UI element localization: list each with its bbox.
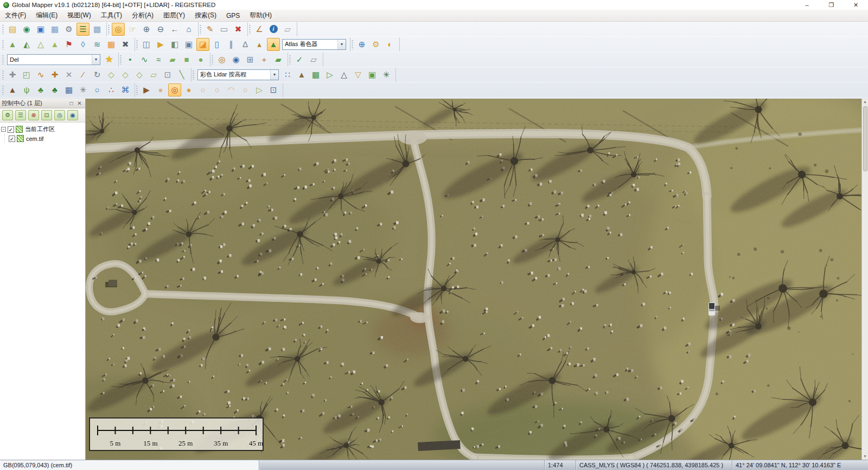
scroll-thumb[interactable] xyxy=(863,106,867,171)
menu-item[interactable]: GPS xyxy=(221,10,245,21)
disable-terrain-icon[interactable]: ✖ xyxy=(119,38,132,51)
crop-to-box-icon[interactable]: ⊡ xyxy=(161,68,174,81)
search-del-combo[interactable]: Del▾ xyxy=(7,54,100,65)
contour-lines-icon[interactable]: ▲ xyxy=(48,38,61,51)
lidar-play-point-icon[interactable]: ▶ xyxy=(140,83,153,96)
tree-item-workspace[interactable]: − ✓ 当前工作区 xyxy=(1,125,85,134)
cem-tif-checkbox[interactable]: ✓ xyxy=(9,136,15,142)
digitizer-pencil-icon[interactable]: ✎ xyxy=(203,23,216,36)
range-rings-icon[interactable]: ◎ xyxy=(215,53,228,66)
create-grid-icon[interactable]: ⊞ xyxy=(244,53,257,66)
create-point-icon[interactable]: • xyxy=(124,53,137,66)
menu-item[interactable]: 视图(W) xyxy=(62,9,95,22)
powerline-icon[interactable]: ✳ xyxy=(76,83,90,96)
building-icon[interactable]: ▦ xyxy=(62,83,75,96)
offset-right-icon[interactable]: ◇ xyxy=(133,68,146,81)
overview-map-icon[interactable]: ▩ xyxy=(91,23,104,36)
layer-options-icon[interactable]: ☰ xyxy=(15,110,26,120)
smooth-feature-icon[interactable]: ╲ xyxy=(175,68,188,81)
scale-feature-icon[interactable]: ◇ xyxy=(105,68,118,81)
move-feature-icon[interactable]: ✚ xyxy=(48,68,61,81)
terrain-peak-icon[interactable]: ▲ xyxy=(6,83,19,96)
day-night-globe-icon[interactable]: ◐ xyxy=(384,38,397,51)
shader-options-icon[interactable]: ▦ xyxy=(105,38,118,51)
paint-area-icon[interactable]: ▰ xyxy=(272,53,285,66)
scatter-points-icon[interactable]: ∴ xyxy=(105,83,118,96)
tree-icon[interactable]: ♣ xyxy=(48,83,61,96)
lidar-grid-icon[interactable]: ▦ xyxy=(309,68,322,81)
tree-item-cem-tif[interactable]: ✓ cem.tif xyxy=(1,134,85,143)
view-shed-icon[interactable]: △ xyxy=(34,38,47,51)
minimize-button[interactable]: – xyxy=(795,0,819,10)
select-rect-icon[interactable]: ▭ xyxy=(218,23,231,36)
open-workspace-icon[interactable]: ▤ xyxy=(6,23,19,36)
online-layers-globe-icon[interactable]: ⊕ xyxy=(355,38,368,51)
grass-icon[interactable]: ψ xyxy=(20,83,33,96)
chevron-down-icon[interactable]: ▾ xyxy=(270,70,278,80)
lidar-filter-icon[interactable]: ▽ xyxy=(352,68,365,81)
insert-vertex-icon[interactable]: + xyxy=(258,53,271,66)
snap-node-icon[interactable]: ∕ xyxy=(76,68,90,81)
edit-attributes-icon[interactable]: ▱ xyxy=(307,53,320,66)
lidar-points-icon[interactable]: ∷ xyxy=(281,68,294,81)
lidar-extract-icon[interactable]: ▴ xyxy=(253,38,266,51)
lidar-spread-icon[interactable]: ✳ xyxy=(380,68,393,81)
zoom-out-icon[interactable]: ⊖ xyxy=(154,23,167,36)
shrub-icon[interactable]: ♣ xyxy=(34,83,47,96)
menu-item[interactable]: 图层(Y) xyxy=(158,9,190,22)
menu-item[interactable]: 文件(F) xyxy=(0,9,31,22)
pixel-lattice-icon[interactable]: ◪ xyxy=(196,38,209,51)
search-features-icon[interactable]: ⌘ xyxy=(119,83,132,96)
vertical-scrollbar[interactable]: ▲ ▼ xyxy=(861,99,868,460)
map-view[interactable]: 5 m15 m25 m35 m45 m xyxy=(86,99,861,460)
chevron-down-icon[interactable]: ▾ xyxy=(92,55,100,65)
confirm-digitize-icon[interactable]: ✓ xyxy=(293,53,306,66)
close-button[interactable]: ✕ xyxy=(844,0,868,10)
lidar-draw-mode-combo[interactable]: 彩色 Lidar 按高程▾ xyxy=(197,69,279,80)
create-ellipse-icon[interactable]: ● xyxy=(194,53,207,66)
menu-item[interactable]: 工具(T) xyxy=(96,9,127,22)
menu-item[interactable]: 帮助(H) xyxy=(245,9,277,22)
move-map-icon[interactable]: ✚ xyxy=(6,68,19,81)
panel-restore-button[interactable]: □ xyxy=(67,100,75,106)
thermo-drop-icon[interactable]: ▯ xyxy=(210,38,224,51)
lidar-poly-node-icon[interactable]: ▷ xyxy=(253,83,266,96)
save-workspace-icon[interactable]: ▣ xyxy=(34,23,47,36)
rotate-feature-icon[interactable]: ↻ xyxy=(91,68,104,81)
power-tower-icon[interactable]: ∆ xyxy=(239,38,252,51)
lidar-node-2-icon[interactable]: ○ xyxy=(210,83,224,96)
lidar-boxed-point-icon[interactable]: ⊡ xyxy=(267,83,280,96)
menu-item[interactable]: 分析(A) xyxy=(127,9,158,22)
clear-selection-icon[interactable]: ✖ xyxy=(232,23,245,36)
lidar-edit-icon[interactable]: ▣ xyxy=(366,68,379,81)
lidar-tin-icon[interactable]: △ xyxy=(337,68,350,81)
delete-node-icon[interactable]: ✕ xyxy=(62,68,75,81)
create-area-icon[interactable]: ▰ xyxy=(166,53,179,66)
layer-visibility-icon[interactable]: ◉ xyxy=(67,110,78,120)
offset-left-icon[interactable]: ◇ xyxy=(119,68,132,81)
restore-button[interactable]: ❐ xyxy=(819,0,844,10)
split-screen-icon[interactable]: ◫ xyxy=(140,38,153,51)
web-config-globe-icon[interactable]: ⚙ xyxy=(369,38,382,51)
create-rect-icon[interactable]: ■ xyxy=(180,53,193,66)
select-feature-icon[interactable]: ◰ xyxy=(20,68,33,81)
control-center-icon[interactable]: ☰ xyxy=(76,23,90,36)
map-layout-icon[interactable]: ▦ xyxy=(48,23,61,36)
path-profile-icon[interactable]: ◭ xyxy=(20,38,33,51)
fly-through-icon[interactable]: ▶ xyxy=(154,38,167,51)
create-line-icon[interactable]: ∿ xyxy=(138,53,151,66)
lidar-select-poly-icon[interactable]: ▷ xyxy=(323,68,336,81)
scroll-down-icon[interactable]: ▼ xyxy=(863,453,867,460)
menu-item[interactable]: 编辑(E) xyxy=(31,9,62,22)
full-extent-home-icon[interactable]: ⌂ xyxy=(182,23,195,36)
workspace-checkbox[interactable]: ✓ xyxy=(8,126,14,133)
apply-picking-icon[interactable]: ▱ xyxy=(281,23,294,36)
zoom-in-icon[interactable]: ⊕ xyxy=(140,23,153,36)
lidar-ground-icon[interactable]: ▲ xyxy=(295,68,308,81)
waterdrop-icon[interactable]: ○ xyxy=(91,83,104,96)
zoom-layer-icon[interactable]: ◎ xyxy=(54,110,65,120)
configure-wrench-icon[interactable]: ⚙ xyxy=(62,23,75,36)
thermo-pair-icon[interactable]: ∥ xyxy=(225,38,238,51)
water-drop-icon[interactable]: ◊ xyxy=(76,38,90,51)
lidar-flag-point-icon[interactable]: ● xyxy=(182,83,195,96)
